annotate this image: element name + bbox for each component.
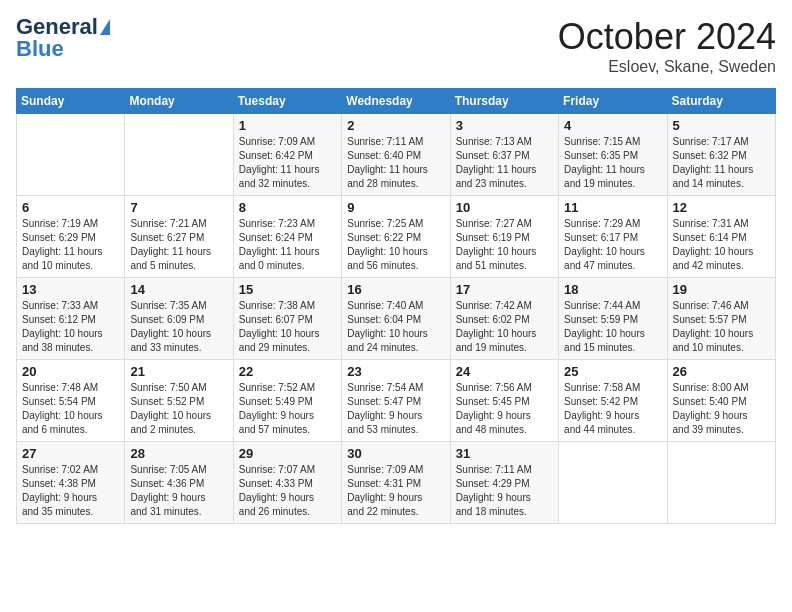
calendar-cell xyxy=(125,114,233,196)
location: Esloev, Skane, Sweden xyxy=(558,58,776,76)
day-number: 4 xyxy=(564,118,661,133)
calendar-cell: 15Sunrise: 7:38 AM Sunset: 6:07 PM Dayli… xyxy=(233,278,341,360)
day-number: 14 xyxy=(130,282,227,297)
day-info: Sunrise: 7:05 AM Sunset: 4:36 PM Dayligh… xyxy=(130,463,227,519)
day-number: 19 xyxy=(673,282,770,297)
day-header-thursday: Thursday xyxy=(450,89,558,114)
week-row-3: 13Sunrise: 7:33 AM Sunset: 6:12 PM Dayli… xyxy=(17,278,776,360)
calendar-cell: 28Sunrise: 7:05 AM Sunset: 4:36 PM Dayli… xyxy=(125,442,233,524)
day-info: Sunrise: 7:44 AM Sunset: 5:59 PM Dayligh… xyxy=(564,299,661,355)
calendar-cell: 17Sunrise: 7:42 AM Sunset: 6:02 PM Dayli… xyxy=(450,278,558,360)
day-info: Sunrise: 7:48 AM Sunset: 5:54 PM Dayligh… xyxy=(22,381,119,437)
day-info: Sunrise: 7:58 AM Sunset: 5:42 PM Dayligh… xyxy=(564,381,661,437)
day-number: 5 xyxy=(673,118,770,133)
calendar-cell: 23Sunrise: 7:54 AM Sunset: 5:47 PM Dayli… xyxy=(342,360,450,442)
day-info: Sunrise: 7:25 AM Sunset: 6:22 PM Dayligh… xyxy=(347,217,444,273)
day-number: 20 xyxy=(22,364,119,379)
day-info: Sunrise: 7:07 AM Sunset: 4:33 PM Dayligh… xyxy=(239,463,336,519)
calendar-cell: 19Sunrise: 7:46 AM Sunset: 5:57 PM Dayli… xyxy=(667,278,775,360)
day-number: 29 xyxy=(239,446,336,461)
calendar-cell xyxy=(17,114,125,196)
day-number: 9 xyxy=(347,200,444,215)
calendar-cell: 20Sunrise: 7:48 AM Sunset: 5:54 PM Dayli… xyxy=(17,360,125,442)
calendar-cell: 30Sunrise: 7:09 AM Sunset: 4:31 PM Dayli… xyxy=(342,442,450,524)
day-header-sunday: Sunday xyxy=(17,89,125,114)
day-number: 2 xyxy=(347,118,444,133)
day-info: Sunrise: 7:19 AM Sunset: 6:29 PM Dayligh… xyxy=(22,217,119,273)
day-number: 22 xyxy=(239,364,336,379)
day-number: 7 xyxy=(130,200,227,215)
calendar-cell: 12Sunrise: 7:31 AM Sunset: 6:14 PM Dayli… xyxy=(667,196,775,278)
day-info: Sunrise: 7:09 AM Sunset: 4:31 PM Dayligh… xyxy=(347,463,444,519)
calendar-cell: 4Sunrise: 7:15 AM Sunset: 6:35 PM Daylig… xyxy=(559,114,667,196)
day-info: Sunrise: 7:15 AM Sunset: 6:35 PM Dayligh… xyxy=(564,135,661,191)
calendar-cell: 6Sunrise: 7:19 AM Sunset: 6:29 PM Daylig… xyxy=(17,196,125,278)
calendar-cell: 25Sunrise: 7:58 AM Sunset: 5:42 PM Dayli… xyxy=(559,360,667,442)
day-info: Sunrise: 7:29 AM Sunset: 6:17 PM Dayligh… xyxy=(564,217,661,273)
calendar-cell: 24Sunrise: 7:56 AM Sunset: 5:45 PM Dayli… xyxy=(450,360,558,442)
day-number: 12 xyxy=(673,200,770,215)
day-info: Sunrise: 7:56 AM Sunset: 5:45 PM Dayligh… xyxy=(456,381,553,437)
calendar-cell: 3Sunrise: 7:13 AM Sunset: 6:37 PM Daylig… xyxy=(450,114,558,196)
day-number: 11 xyxy=(564,200,661,215)
calendar-cell xyxy=(667,442,775,524)
day-info: Sunrise: 7:33 AM Sunset: 6:12 PM Dayligh… xyxy=(22,299,119,355)
day-number: 24 xyxy=(456,364,553,379)
calendar-cell: 16Sunrise: 7:40 AM Sunset: 6:04 PM Dayli… xyxy=(342,278,450,360)
month-title: October 2024 xyxy=(558,16,776,58)
day-number: 30 xyxy=(347,446,444,461)
day-info: Sunrise: 7:27 AM Sunset: 6:19 PM Dayligh… xyxy=(456,217,553,273)
day-number: 1 xyxy=(239,118,336,133)
calendar-cell: 22Sunrise: 7:52 AM Sunset: 5:49 PM Dayli… xyxy=(233,360,341,442)
calendar-table: SundayMondayTuesdayWednesdayThursdayFrid… xyxy=(16,88,776,524)
day-info: Sunrise: 7:35 AM Sunset: 6:09 PM Dayligh… xyxy=(130,299,227,355)
day-number: 23 xyxy=(347,364,444,379)
day-number: 15 xyxy=(239,282,336,297)
day-number: 21 xyxy=(130,364,227,379)
day-info: Sunrise: 7:11 AM Sunset: 4:29 PM Dayligh… xyxy=(456,463,553,519)
day-info: Sunrise: 7:46 AM Sunset: 5:57 PM Dayligh… xyxy=(673,299,770,355)
day-number: 3 xyxy=(456,118,553,133)
day-info: Sunrise: 7:11 AM Sunset: 6:40 PM Dayligh… xyxy=(347,135,444,191)
calendar-cell: 8Sunrise: 7:23 AM Sunset: 6:24 PM Daylig… xyxy=(233,196,341,278)
day-number: 8 xyxy=(239,200,336,215)
logo: General Blue xyxy=(16,16,110,60)
day-info: Sunrise: 7:42 AM Sunset: 6:02 PM Dayligh… xyxy=(456,299,553,355)
day-number: 17 xyxy=(456,282,553,297)
calendar-cell: 21Sunrise: 7:50 AM Sunset: 5:52 PM Dayli… xyxy=(125,360,233,442)
day-info: Sunrise: 7:54 AM Sunset: 5:47 PM Dayligh… xyxy=(347,381,444,437)
calendar-cell: 1Sunrise: 7:09 AM Sunset: 6:42 PM Daylig… xyxy=(233,114,341,196)
day-number: 16 xyxy=(347,282,444,297)
calendar-cell: 7Sunrise: 7:21 AM Sunset: 6:27 PM Daylig… xyxy=(125,196,233,278)
calendar-cell: 5Sunrise: 7:17 AM Sunset: 6:32 PM Daylig… xyxy=(667,114,775,196)
day-header-friday: Friday xyxy=(559,89,667,114)
day-number: 13 xyxy=(22,282,119,297)
day-info: Sunrise: 7:23 AM Sunset: 6:24 PM Dayligh… xyxy=(239,217,336,273)
day-number: 25 xyxy=(564,364,661,379)
week-row-1: 1Sunrise: 7:09 AM Sunset: 6:42 PM Daylig… xyxy=(17,114,776,196)
day-info: Sunrise: 7:13 AM Sunset: 6:37 PM Dayligh… xyxy=(456,135,553,191)
title-section: October 2024 Esloev, Skane, Sweden xyxy=(558,16,776,76)
calendar-cell: 9Sunrise: 7:25 AM Sunset: 6:22 PM Daylig… xyxy=(342,196,450,278)
day-header-monday: Monday xyxy=(125,89,233,114)
calendar-cell: 26Sunrise: 8:00 AM Sunset: 5:40 PM Dayli… xyxy=(667,360,775,442)
day-info: Sunrise: 7:50 AM Sunset: 5:52 PM Dayligh… xyxy=(130,381,227,437)
week-row-4: 20Sunrise: 7:48 AM Sunset: 5:54 PM Dayli… xyxy=(17,360,776,442)
day-header-wednesday: Wednesday xyxy=(342,89,450,114)
day-info: Sunrise: 7:09 AM Sunset: 6:42 PM Dayligh… xyxy=(239,135,336,191)
day-number: 18 xyxy=(564,282,661,297)
day-info: Sunrise: 7:40 AM Sunset: 6:04 PM Dayligh… xyxy=(347,299,444,355)
day-number: 10 xyxy=(456,200,553,215)
day-header-saturday: Saturday xyxy=(667,89,775,114)
day-number: 28 xyxy=(130,446,227,461)
calendar-cell: 11Sunrise: 7:29 AM Sunset: 6:17 PM Dayli… xyxy=(559,196,667,278)
logo-blue: Blue xyxy=(16,38,64,60)
day-info: Sunrise: 7:21 AM Sunset: 6:27 PM Dayligh… xyxy=(130,217,227,273)
calendar-cell xyxy=(559,442,667,524)
day-number: 31 xyxy=(456,446,553,461)
day-info: Sunrise: 7:31 AM Sunset: 6:14 PM Dayligh… xyxy=(673,217,770,273)
day-number: 27 xyxy=(22,446,119,461)
calendar-cell: 29Sunrise: 7:07 AM Sunset: 4:33 PM Dayli… xyxy=(233,442,341,524)
day-number: 26 xyxy=(673,364,770,379)
calendar-cell: 2Sunrise: 7:11 AM Sunset: 6:40 PM Daylig… xyxy=(342,114,450,196)
